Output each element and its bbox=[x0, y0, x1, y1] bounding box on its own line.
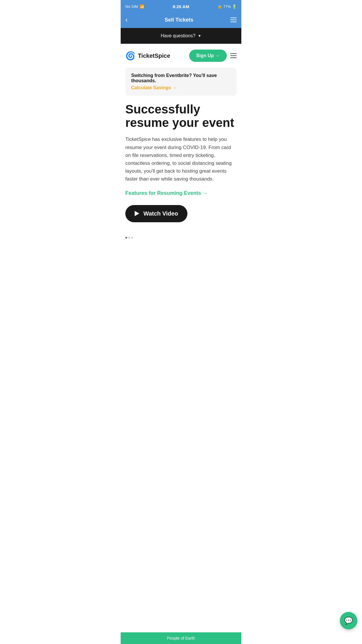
hamburger-menu-button[interactable] bbox=[230, 53, 237, 58]
savings-banner: Switching from Eventbrite? You'll save t… bbox=[125, 68, 237, 96]
wifi-icon: 📶 bbox=[140, 4, 144, 9]
lock-icon: 🔒 bbox=[217, 4, 222, 9]
nav-title: Sell Tickets bbox=[165, 17, 194, 23]
back-button[interactable]: ‹ bbox=[125, 16, 128, 24]
battery-label: 77% bbox=[223, 4, 231, 9]
nav-menu-button[interactable] bbox=[230, 18, 237, 22]
carrier-label: No SIM bbox=[125, 4, 138, 9]
dots-indicator bbox=[121, 237, 241, 243]
logo: 🌀 TicketSpice bbox=[125, 51, 170, 61]
status-right: 🔒 77% 🔋 bbox=[217, 4, 237, 9]
calculate-savings-link[interactable]: Calculate Savings → bbox=[131, 85, 231, 90]
menu-line-2 bbox=[230, 20, 237, 20]
top-nav: 🌀 TicketSpice Sign Up → bbox=[121, 44, 241, 68]
menu-line-1 bbox=[230, 53, 237, 54]
top-nav-right: Sign Up → bbox=[189, 50, 237, 62]
back-icon: ‹ bbox=[125, 16, 128, 24]
battery-icon: 🔋 bbox=[232, 4, 237, 9]
status-left: No SIM 📶 bbox=[125, 4, 144, 9]
hero-title: Successfully resume your event bbox=[125, 103, 237, 130]
logo-text: TicketSpice bbox=[138, 52, 170, 59]
dot-1 bbox=[125, 237, 127, 239]
dot-3 bbox=[131, 237, 133, 239]
menu-line-1 bbox=[230, 18, 237, 18]
logo-icon: 🌀 bbox=[125, 51, 136, 61]
time-label: 8:26 AM bbox=[173, 4, 189, 9]
dropdown-arrow-icon: ▼ bbox=[198, 34, 201, 38]
hero-description: TicketSpice has exclusive features to he… bbox=[125, 135, 237, 183]
features-link[interactable]: Features for Resuming Events → bbox=[125, 190, 237, 196]
menu-line-2 bbox=[230, 55, 237, 56]
dot-2 bbox=[128, 237, 130, 239]
questions-bar[interactable]: Have questions? ▼ bbox=[121, 28, 241, 44]
questions-text: Have questions? bbox=[161, 33, 195, 38]
savings-title: Switching from Eventbrite? You'll save t… bbox=[131, 73, 231, 83]
hero-section: Successfully resume your event TicketSpi… bbox=[121, 103, 241, 237]
menu-line-3 bbox=[230, 22, 237, 22]
main-content: 🌀 TicketSpice Sign Up → Switching from E… bbox=[121, 44, 241, 243]
watch-video-label: Watch Video bbox=[143, 210, 178, 217]
menu-line-3 bbox=[230, 57, 237, 58]
status-bar: No SIM 📶 8:26 AM 🔒 77% 🔋 bbox=[121, 0, 241, 13]
nav-bar: ‹ Sell Tickets bbox=[121, 13, 241, 28]
watch-video-button[interactable]: Watch Video bbox=[125, 205, 187, 222]
play-icon bbox=[135, 211, 139, 216]
signup-button[interactable]: Sign Up → bbox=[189, 50, 227, 62]
